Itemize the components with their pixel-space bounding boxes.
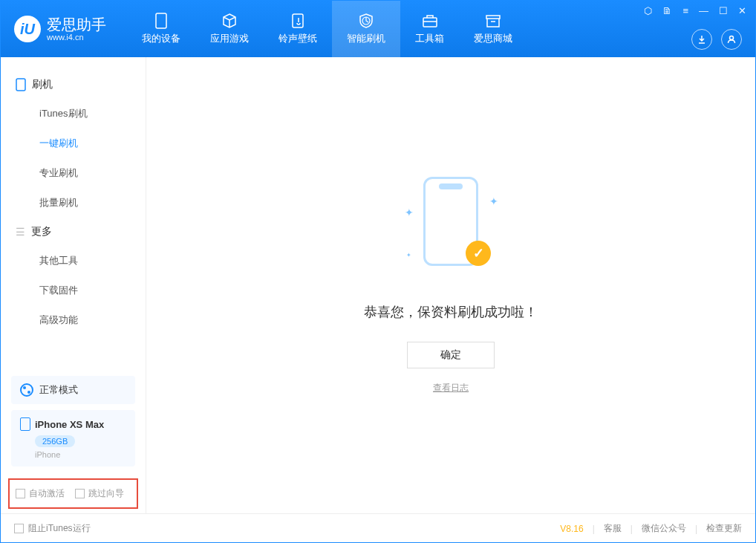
device-storage: 256GB — [35, 435, 75, 447]
sidebar-item-other-tools[interactable]: 其他工具 — [1, 246, 146, 276]
tab-label: 工具箱 — [415, 32, 444, 45]
sidebar-item-oneclick-flash[interactable]: 一键刷机 — [1, 129, 146, 158]
header-right — [691, 29, 742, 50]
device-mode: 正常模式 — [39, 383, 78, 397]
checkbox-row-highlighted: 自动激活 跳过向导 — [8, 478, 138, 509]
block-itunes-checkbox[interactable]: 阻止iTunes运行 — [14, 522, 91, 535]
minimize-icon[interactable]: — — [699, 5, 708, 16]
tab-apps-games[interactable]: 应用游戏 — [195, 1, 264, 57]
customer-service-link[interactable]: 客服 — [604, 522, 622, 535]
maximize-icon[interactable]: ☐ — [719, 5, 728, 16]
checkbox-icon — [16, 489, 25, 498]
auto-activate-checkbox[interactable]: 自动激活 — [16, 487, 65, 500]
user-icon[interactable] — [721, 29, 742, 50]
sidebar-section-flash: 刷机 — [1, 71, 146, 99]
tab-smart-flash[interactable]: 智能刷机 — [332, 1, 400, 57]
check-badge-icon: ✓ — [466, 241, 491, 266]
music-icon — [290, 13, 306, 29]
wechat-link[interactable]: 微信公众号 — [642, 522, 686, 535]
svg-rect-1 — [293, 14, 303, 27]
device-info-card[interactable]: iPhone XS Max 256GB iPhone — [11, 410, 135, 466]
tab-label: 铃声壁纸 — [278, 32, 317, 45]
header: iU 爱思助手 www.i4.cn 我的设备 应用游戏 铃声壁纸 智能刷机 工具… — [1, 1, 755, 57]
check-update-link[interactable]: 检查更新 — [706, 522, 742, 535]
shirt-icon[interactable]: ⬡ — [644, 5, 652, 16]
download-icon[interactable] — [691, 29, 712, 50]
shield-icon — [358, 13, 374, 29]
tab-label: 智能刷机 — [347, 32, 385, 45]
section-title: 更多 — [31, 225, 52, 238]
device-name: iPhone XS Max — [35, 419, 104, 430]
phone-icon — [20, 417, 30, 431]
sidebar-section-more: ☰ 更多 — [1, 218, 146, 246]
version-label: V8.16 — [560, 524, 583, 534]
svg-point-3 — [730, 36, 734, 40]
tab-label: 我的设备 — [142, 32, 180, 45]
device-mode-card[interactable]: 正常模式 — [11, 376, 135, 404]
main-tabs: 我的设备 应用游戏 铃声壁纸 智能刷机 工具箱 爱思商城 — [127, 1, 527, 57]
sidebar-item-advanced[interactable]: 高级功能 — [1, 305, 146, 335]
logo-icon: iU — [14, 16, 41, 42]
window-controls: ⬡ 🗎 ≡ — ☐ ✕ — [644, 5, 746, 16]
tab-label: 爱思商城 — [474, 32, 512, 45]
tab-label: 应用游戏 — [210, 32, 249, 45]
sidebar-item-batch-flash[interactable]: 批量刷机 — [1, 188, 146, 218]
menu-icon[interactable]: ≡ — [682, 5, 688, 16]
sidebar-item-download-firmware[interactable]: 下载固件 — [1, 276, 146, 305]
mode-icon — [20, 383, 33, 397]
logo[interactable]: iU 爱思助手 www.i4.cn — [1, 16, 120, 42]
checkbox-icon — [14, 524, 24, 533]
sparkle-icon: ✦ — [489, 195, 498, 207]
sidebar-item-pro-flash[interactable]: 专业刷机 — [1, 158, 146, 188]
sidebar: 刷机 iTunes刷机 一键刷机 专业刷机 批量刷机 ☰ 更多 其他工具 下载固… — [1, 57, 146, 513]
view-log-link[interactable]: 查看日志 — [433, 382, 469, 394]
checkbox-label: 自动激活 — [29, 487, 65, 500]
svg-rect-2 — [423, 18, 437, 27]
list-icon: ☰ — [16, 226, 25, 238]
sidebar-item-itunes-flash[interactable]: iTunes刷机 — [1, 99, 146, 129]
checkbox-label: 阻止iTunes运行 — [28, 522, 91, 535]
device-type: iPhone — [35, 450, 126, 459]
svg-rect-0 — [156, 13, 166, 28]
skip-guide-checkbox[interactable]: 跳过向导 — [75, 487, 124, 500]
main-content: ✦ ✦ ✦ ✦ ✓ 恭喜您，保资料刷机成功啦！ 确定 查看日志 — [146, 57, 755, 513]
success-message: 恭喜您，保资料刷机成功啦！ — [364, 303, 538, 321]
sparkle-icon: ✦ — [405, 207, 414, 218]
cube-icon — [221, 13, 238, 29]
section-title: 刷机 — [32, 78, 53, 91]
success-illustration: ✦ ✦ ✦ ✦ ✓ — [406, 177, 495, 281]
tab-store[interactable]: 爱思商城 — [459, 1, 527, 57]
toolbox-icon — [422, 13, 438, 29]
tab-my-device[interactable]: 我的设备 — [127, 1, 195, 57]
checkbox-icon — [75, 489, 85, 498]
app-url: www.i4.cn — [47, 33, 106, 42]
phone-icon — [16, 78, 26, 91]
sparkle-icon: ✦ — [406, 252, 411, 259]
footer: 阻止iTunes运行 V8.16 | 客服 | 微信公众号 | 检查更新 — [1, 513, 755, 543]
checkbox-label: 跳过向导 — [88, 487, 124, 500]
device-icon — [153, 13, 169, 29]
svg-rect-4 — [16, 79, 25, 91]
app-title: 爱思助手 — [47, 16, 106, 33]
close-icon[interactable]: ✕ — [738, 5, 746, 16]
note-icon[interactable]: 🗎 — [662, 5, 672, 16]
ok-button[interactable]: 确定 — [407, 342, 495, 368]
store-icon — [485, 13, 501, 29]
tab-toolbox[interactable]: 工具箱 — [400, 1, 459, 57]
tab-ringtones[interactable]: 铃声壁纸 — [264, 1, 332, 57]
